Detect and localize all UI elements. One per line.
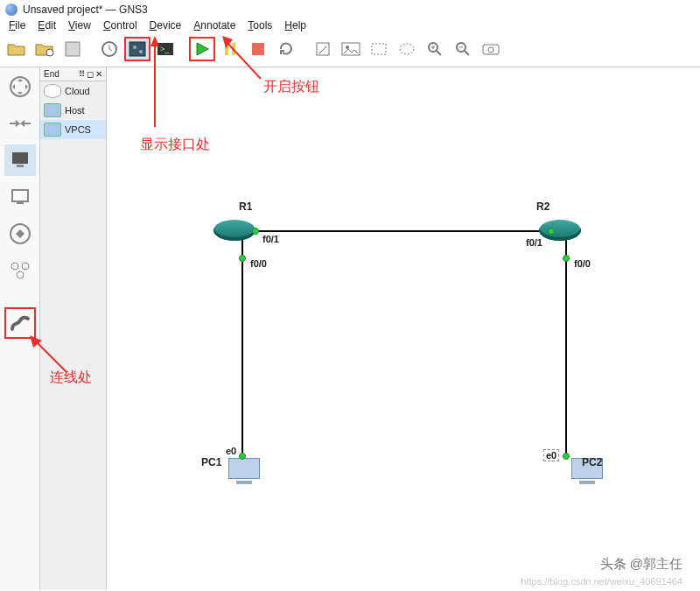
- cloud-icon: [44, 84, 61, 98]
- pc1[interactable]: [226, 458, 262, 489]
- watermark-url: https://blog.csdn.net/weixu_40691464: [521, 576, 682, 587]
- open-recent-button[interactable]: [32, 37, 58, 61]
- security-devices-category-button[interactable]: [4, 181, 36, 213]
- svg-rect-11: [317, 43, 329, 55]
- svg-rect-23: [12, 190, 28, 201]
- interface-dot: [239, 255, 246, 262]
- svg-point-4: [133, 46, 136, 49]
- svg-rect-14: [372, 44, 386, 54]
- svg-rect-12: [342, 43, 360, 55]
- interface-dot: [548, 228, 555, 235]
- menu-view[interactable]: View: [63, 18, 96, 33]
- start-all-button[interactable]: [189, 37, 215, 61]
- link-r1-pc1[interactable]: [242, 232, 243, 456]
- menu-edit[interactable]: Edit: [32, 18, 61, 33]
- arrow-to-link-tool: [24, 330, 77, 383]
- svg-rect-24: [17, 202, 24, 204]
- svg-point-28: [17, 271, 24, 278]
- note-button[interactable]: [310, 37, 336, 61]
- menu-control[interactable]: Control: [98, 18, 143, 33]
- svg-point-19: [488, 47, 494, 53]
- routers-category-button[interactable]: [4, 71, 36, 102]
- svg-point-0: [46, 49, 53, 56]
- svg-rect-21: [12, 152, 28, 164]
- close-panel-icon[interactable]: ✕: [95, 69, 102, 79]
- link-r2-pc2[interactable]: [565, 232, 567, 456]
- router-r1-label: R1: [239, 201, 252, 213]
- watermark-text: 头条 @郭主任: [600, 556, 682, 573]
- link-r1-r2[interactable]: [242, 230, 566, 232]
- menu-bar: File Edit View Control Device Annotate T…: [0, 18, 700, 35]
- nodes-panel-title: End: [44, 69, 60, 79]
- float-icon[interactable]: ◻: [87, 69, 94, 79]
- window-title: Unsaved project* — GNS3: [23, 4, 148, 16]
- pc2-if-label: e0: [543, 449, 559, 461]
- interface-dot: [239, 453, 246, 460]
- interface-dot: [563, 255, 570, 262]
- main-area: End ⠿ ◻ ✕ Cloud Host VPCS R1 R2: [0, 67, 700, 590]
- router-r1[interactable]: [214, 220, 256, 241]
- nodes-panel: End ⠿ ◻ ✕ Cloud Host VPCS: [40, 67, 107, 590]
- vpcs-icon: [44, 123, 61, 137]
- r1-if-right-label: f0/1: [262, 234, 279, 244]
- app-logo-icon: [5, 4, 18, 16]
- node-item-label: Cloud: [65, 86, 90, 96]
- image-button[interactable]: [338, 37, 364, 61]
- interface-dot: [563, 453, 570, 460]
- save-button[interactable]: [60, 37, 86, 61]
- node-item-vpcs[interactable]: VPCS: [40, 120, 106, 139]
- menu-file[interactable]: File: [4, 18, 31, 33]
- svg-line-30: [226, 41, 261, 79]
- nodes-panel-header: End ⠿ ◻ ✕: [40, 67, 106, 81]
- topology-canvas[interactable]: R1 R2 f0/1 f0/0 f0/1 f0/0 PC1 e0 PC2 e0 …: [107, 67, 700, 590]
- ellipse-button[interactable]: [394, 37, 420, 61]
- arrow-to-show-interface: [142, 31, 177, 136]
- screenshot-button[interactable]: [478, 37, 504, 61]
- menu-help[interactable]: Help: [279, 18, 312, 33]
- node-item-host[interactable]: Host: [40, 101, 106, 120]
- rectangle-button[interactable]: [366, 37, 392, 61]
- zoom-out-button[interactable]: [450, 37, 476, 61]
- node-item-label: Host: [65, 105, 85, 116]
- toolbar: >_: [0, 35, 700, 67]
- r1-if-down-label: f0/0: [250, 258, 267, 269]
- host-icon: [44, 103, 61, 117]
- all-devices-category-button[interactable]: [4, 218, 36, 250]
- zoom-in-button[interactable]: [422, 37, 448, 61]
- pc1-if-label: e0: [226, 446, 236, 456]
- svg-point-15: [400, 44, 414, 54]
- pc1-label: PC1: [201, 456, 221, 468]
- end-devices-category-button[interactable]: [4, 144, 36, 176]
- router-r2[interactable]: [539, 220, 581, 241]
- pc2-label: PC2: [582, 456, 602, 468]
- arrow-to-start-button: [217, 31, 278, 92]
- svg-point-27: [22, 263, 29, 270]
- svg-line-31: [35, 341, 66, 372]
- snapshot-button[interactable]: [96, 37, 122, 61]
- interface-dot: [252, 228, 259, 235]
- svg-rect-22: [17, 165, 24, 167]
- router-r2-label: R2: [536, 201, 550, 213]
- node-item-cloud[interactable]: Cloud: [40, 81, 106, 101]
- svg-point-13: [346, 46, 349, 49]
- node-item-label: VPCS: [65, 124, 91, 135]
- svg-point-26: [11, 263, 18, 270]
- r2-if-down-label: f0/0: [574, 258, 591, 269]
- svg-rect-1: [66, 42, 80, 56]
- open-button[interactable]: [4, 37, 30, 61]
- switches-category-button[interactable]: [4, 108, 36, 139]
- title-bar: Unsaved project* — GNS3: [0, 0, 700, 18]
- undock-icon[interactable]: ⠿: [79, 69, 85, 79]
- annotation-show-interface: 显示接口处: [140, 136, 210, 154]
- r2-if-left-label: f0/1: [526, 237, 542, 248]
- device-dock: [0, 67, 40, 590]
- cluster-button[interactable]: [4, 255, 36, 286]
